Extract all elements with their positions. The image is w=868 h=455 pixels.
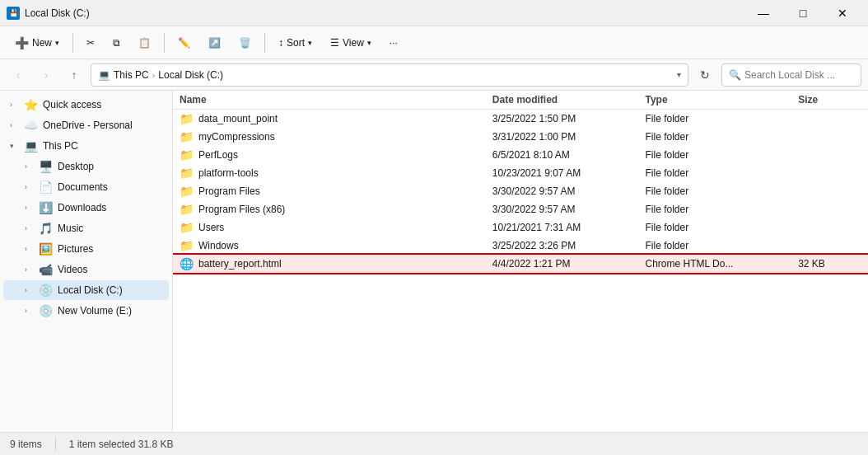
col-name[interactable]: Name (173, 91, 486, 110)
status-bar: 9 items 1 item selected 31.8 KB (0, 432, 868, 455)
breadcrumb-dropdown-icon[interactable]: ▾ (677, 70, 681, 79)
delete-icon: 🗑️ (239, 37, 251, 49)
share-icon: ↗️ (208, 37, 221, 49)
folder-icon: 📁 (180, 130, 194, 143)
window-title: Local Disk (C:) (25, 7, 90, 19)
file-size (791, 218, 868, 237)
music-icon: 🎵 (38, 222, 53, 235)
breadcrumb-bar: 💻 This PC › Local Disk (C:) ▾ (91, 63, 688, 87)
file-name: Users (198, 222, 224, 233)
new-button[interactable]: ➕ New ▾ (7, 33, 68, 53)
file-type: File folder (638, 146, 791, 164)
sidebar-item-new-volume-e[interactable]: ›💿New Volume (E:) (3, 301, 169, 321)
delete-button[interactable]: 🗑️ (231, 34, 259, 52)
maximize-button[interactable]: □ (784, 0, 822, 26)
sidebar-expand-icon[interactable]: ▾ (10, 142, 18, 150)
file-list: Name Date modified Type Size 📁data_mount… (173, 91, 868, 432)
table-row[interactable]: 📁myCompressions3/31/2022 1:00 PMFile fol… (173, 128, 868, 146)
rename-icon: ✏️ (178, 37, 190, 49)
table-row[interactable]: 📁data_mount_point3/25/2022 1:50 PMFile f… (173, 110, 868, 129)
table-row[interactable]: 📁Users10/21/2021 7:31 AMFile folder (173, 218, 868, 237)
table-row[interactable]: 📁PerfLogs6/5/2021 8:10 AMFile folder (173, 146, 868, 164)
file-type: File folder (638, 128, 791, 146)
more-button[interactable]: ··· (381, 34, 406, 52)
sidebar-item-music[interactable]: ›🎵Music (3, 218, 169, 238)
file-date: 4/4/2022 1:21 PM (486, 255, 639, 273)
title-bar: 💾 Local Disk (C:) — □ ✕ (0, 0, 868, 26)
sidebar-expand-icon[interactable]: › (25, 245, 33, 253)
table-row[interactable]: 📁Program Files (x86)3/30/2022 9:57 AMFil… (173, 200, 868, 218)
col-type[interactable]: Type (638, 91, 791, 110)
sidebar-item-local-disk-c[interactable]: ›💿Local Disk (C:) (3, 280, 169, 300)
sidebar-item-this-pc[interactable]: ▾💻This PC (3, 136, 169, 156)
sidebar-expand-icon[interactable]: › (10, 121, 18, 129)
sidebar-item-desktop[interactable]: ›🖥️Desktop (3, 157, 169, 176)
rename-button[interactable]: ✏️ (170, 34, 198, 52)
forward-button[interactable]: › (35, 63, 58, 87)
sidebar-item-label: Pictures (58, 243, 93, 255)
paste-button[interactable]: 📋 (130, 34, 159, 52)
quick-access-icon: ⭐ (23, 98, 38, 111)
sidebar-item-downloads[interactable]: ›⬇️Downloads (3, 198, 169, 218)
table-row[interactable]: 📁Windows3/25/2022 3:26 PMFile folder (173, 237, 868, 255)
cut-button[interactable]: ✂ (78, 34, 103, 52)
view-button[interactable]: ☰ View ▾ (322, 34, 380, 52)
file-date: 3/25/2022 3:26 PM (486, 237, 639, 255)
sort-icon: ↕️ (278, 37, 283, 49)
file-date: 3/30/2022 9:57 AM (486, 200, 639, 218)
sort-button[interactable]: ↕️ Sort ▾ (270, 34, 320, 52)
table-row[interactable]: 📁Program Files3/30/2022 9:57 AMFile fold… (173, 182, 868, 200)
sidebar-item-label: New Volume (E:) (58, 305, 132, 317)
search-box[interactable]: 🔍 (721, 63, 861, 87)
sidebar-expand-icon[interactable]: › (10, 101, 18, 109)
share-button[interactable]: ↗️ (200, 34, 229, 52)
col-date[interactable]: Date modified (486, 91, 639, 110)
sidebar-expand-icon[interactable]: › (25, 162, 33, 171)
breadcrumb-this-pc[interactable]: This PC (114, 69, 149, 81)
sidebar-expand-icon[interactable]: › (25, 286, 33, 294)
breadcrumb-pc-icon: 💻 (98, 69, 110, 81)
sidebar-item-videos[interactable]: ›📹Videos (3, 260, 169, 279)
file-size (791, 128, 868, 146)
sidebar-expand-icon[interactable]: › (25, 183, 33, 191)
breadcrumb-local-disk[interactable]: Local Disk (C:) (158, 69, 223, 81)
file-name: platform-tools (198, 167, 259, 179)
table-row[interactable]: 📁platform-tools10/23/2021 9:07 AMFile fo… (173, 164, 868, 182)
file-name-cell: 📁myCompressions (180, 130, 479, 143)
address-bar: ‹ › ↑ 💻 This PC › Local Disk (C:) ▾ ↻ 🔍 (0, 59, 868, 91)
sidebar-item-label: Music (58, 223, 83, 234)
sidebar-expand-icon[interactable]: › (25, 204, 33, 212)
close-button[interactable]: ✕ (824, 0, 861, 26)
sidebar-item-pictures[interactable]: ›🖼️Pictures (3, 239, 169, 259)
folder-icon: 📁 (180, 112, 194, 125)
minimize-button[interactable]: — (744, 0, 782, 26)
cut-icon: ✂ (86, 37, 95, 49)
toolbar: ➕ New ▾ ✂ ⧉ 📋 ✏️ ↗️ 🗑️ ↕️ Sort ▾ ☰ View … (0, 26, 868, 59)
file-size (791, 237, 868, 255)
refresh-button[interactable]: ↻ (693, 63, 716, 87)
main-content: ›⭐Quick access›☁️OneDrive - Personal▾💻Th… (0, 91, 868, 432)
col-size[interactable]: Size (791, 91, 868, 110)
file-size (791, 110, 868, 129)
file-date: 10/21/2021 7:31 AM (486, 218, 639, 237)
back-button[interactable]: ‹ (7, 63, 30, 87)
file-name: PerfLogs (198, 149, 238, 161)
file-name-cell: 📁PerfLogs (180, 148, 479, 162)
sidebar-item-onedrive[interactable]: ›☁️OneDrive - Personal (3, 115, 169, 135)
sidebar-item-label: Downloads (58, 202, 106, 213)
sidebar-expand-icon[interactable]: › (25, 307, 33, 315)
file-name-cell: 📁Windows (180, 239, 479, 252)
sidebar-item-quick-access[interactable]: ›⭐Quick access (3, 95, 169, 115)
sidebar-expand-icon[interactable]: › (25, 224, 33, 232)
file-icon: 🌐 (180, 257, 194, 270)
new-label: New (32, 37, 52, 49)
new-icon: ➕ (15, 36, 29, 49)
copy-button[interactable]: ⧉ (105, 34, 128, 52)
toolbar-sep-3 (264, 33, 265, 53)
title-bar-left: 💾 Local Disk (C:) (7, 7, 90, 20)
search-input[interactable] (744, 69, 854, 81)
sidebar-expand-icon[interactable]: › (25, 265, 33, 274)
sidebar-item-documents[interactable]: ›📄Documents (3, 177, 169, 197)
table-row[interactable]: 🌐battery_report.html4/4/2022 1:21 PMChro… (173, 255, 868, 273)
up-button[interactable]: ↑ (63, 63, 86, 87)
